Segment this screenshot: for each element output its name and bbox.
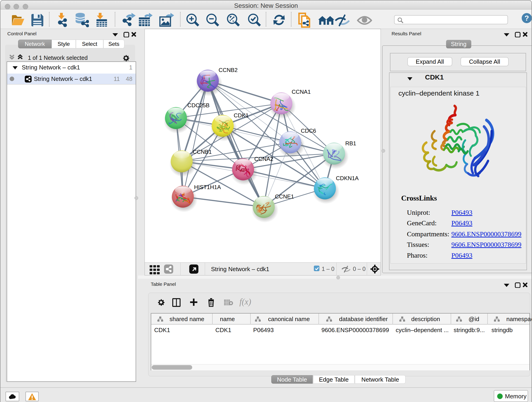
svg-text:CCNE1: CCNE1 <box>275 193 294 200</box>
svg-text:CCNA2: CCNA2 <box>254 156 273 162</box>
svg-text:CCNB1: CCNB1 <box>193 149 212 155</box>
svg-text:CCNA1: CCNA1 <box>292 89 311 95</box>
svg-text:CDC6: CDC6 <box>301 128 316 134</box>
svg-text:RB1: RB1 <box>345 140 356 147</box>
svg-text:CCNB2: CCNB2 <box>219 67 238 73</box>
svg-text:?: ? <box>525 14 529 22</box>
svg-text:HIST1H1A: HIST1H1A <box>194 184 221 190</box>
svg-text:CDKN1A: CDKN1A <box>336 175 359 181</box>
svg-text:CDK1: CDK1 <box>234 112 249 119</box>
svg-text:CDC25B: CDC25B <box>187 102 210 108</box>
